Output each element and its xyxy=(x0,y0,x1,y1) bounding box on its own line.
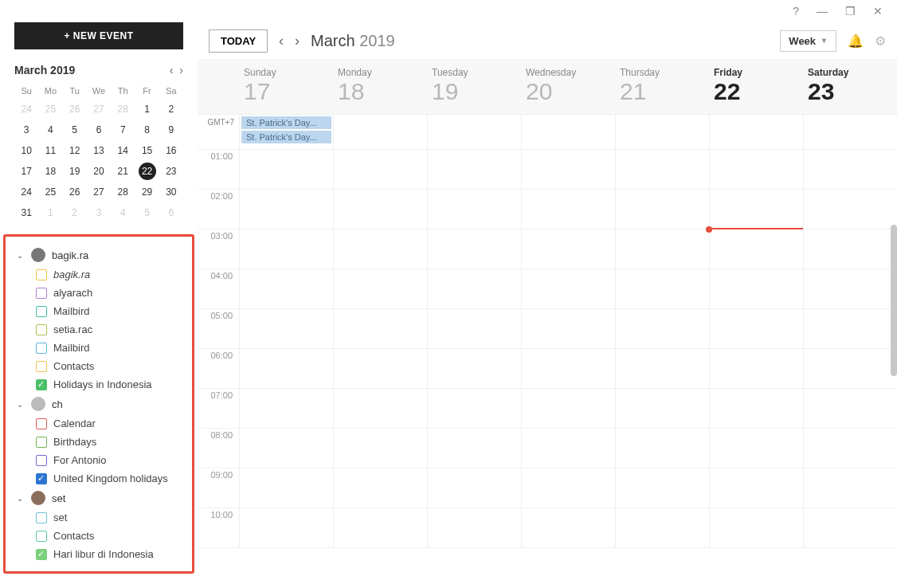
time-cell[interactable] xyxy=(521,349,615,388)
maximize-icon[interactable]: ❐ xyxy=(845,5,856,18)
time-cell[interactable] xyxy=(521,468,615,508)
time-cell[interactable] xyxy=(709,190,803,229)
time-cell[interactable] xyxy=(615,150,709,189)
time-cell[interactable] xyxy=(333,468,427,508)
time-cell[interactable] xyxy=(709,150,803,189)
account-header[interactable]: ⌄ch xyxy=(6,394,192,414)
calendar-checkbox[interactable] xyxy=(36,473,47,484)
scrollbar[interactable] xyxy=(891,225,897,376)
calendar-item[interactable]: Calendar xyxy=(6,414,192,433)
calendar-item[interactable]: Hari libur di Indonesia xyxy=(6,545,192,563)
time-cell[interactable] xyxy=(803,150,897,189)
calendar-checkbox[interactable] xyxy=(36,324,47,335)
time-cell[interactable] xyxy=(615,190,709,229)
mini-cal-day[interactable]: 24 xyxy=(14,182,38,202)
view-selector[interactable]: Week▼ xyxy=(780,30,836,52)
calendar-item[interactable]: Birthdays xyxy=(6,433,192,451)
mini-cal-day[interactable]: 23 xyxy=(159,161,183,182)
time-cell[interactable] xyxy=(521,190,615,229)
time-cell[interactable] xyxy=(239,508,333,547)
time-cell[interactable] xyxy=(333,429,427,468)
mini-cal-day[interactable]: 4 xyxy=(111,202,135,223)
time-cell[interactable] xyxy=(239,269,333,308)
time-cell[interactable] xyxy=(615,269,709,308)
time-cell[interactable] xyxy=(803,229,897,269)
time-cell[interactable] xyxy=(521,269,615,308)
time-cell[interactable] xyxy=(615,468,709,508)
mini-cal-day[interactable]: 5 xyxy=(63,120,87,140)
mini-cal-day[interactable]: 6 xyxy=(159,202,183,223)
time-cell[interactable] xyxy=(615,349,709,388)
time-cell[interactable] xyxy=(427,429,521,468)
time-cell[interactable] xyxy=(427,269,521,308)
time-cell[interactable] xyxy=(521,309,615,348)
time-cell[interactable] xyxy=(709,269,803,308)
mini-cal-day[interactable]: 31 xyxy=(14,202,38,223)
calendar-item[interactable]: Holidays in Indonesia xyxy=(6,375,192,394)
mini-cal-day[interactable]: 19 xyxy=(63,161,87,182)
calendar-checkbox[interactable] xyxy=(36,269,47,280)
mini-cal-prev-icon[interactable]: ‹ xyxy=(170,64,174,76)
calendar-checkbox[interactable] xyxy=(36,361,47,372)
mini-cal-day[interactable]: 13 xyxy=(87,140,111,161)
time-cell[interactable] xyxy=(803,508,897,547)
calendar-item[interactable]: setia.rac xyxy=(6,320,192,339)
time-cell[interactable] xyxy=(333,150,427,189)
calendar-checkbox[interactable] xyxy=(36,379,47,390)
time-cell[interactable] xyxy=(521,150,615,189)
allday-cell[interactable] xyxy=(709,115,803,149)
mini-cal-day[interactable]: 24 xyxy=(14,99,38,120)
calendar-checkbox[interactable] xyxy=(36,531,47,542)
time-cell[interactable] xyxy=(709,229,803,269)
calendar-checkbox[interactable] xyxy=(36,549,47,560)
allday-event[interactable]: St. Patrick's Day... xyxy=(241,116,331,129)
mini-cal-day[interactable]: 26 xyxy=(63,182,87,202)
time-cell[interactable] xyxy=(427,389,521,428)
mini-cal-day[interactable]: 27 xyxy=(87,99,111,120)
time-cell[interactable] xyxy=(427,190,521,229)
time-cell[interactable] xyxy=(709,429,803,468)
mini-cal-day[interactable]: 17 xyxy=(14,161,38,182)
time-cell[interactable] xyxy=(333,349,427,388)
mini-cal-day[interactable]: 14 xyxy=(111,140,135,161)
time-cell[interactable] xyxy=(333,309,427,348)
day-column-header[interactable]: Thursday21 xyxy=(615,59,709,114)
prev-week-icon[interactable]: ‹ xyxy=(279,33,284,49)
mini-cal-day[interactable]: 25 xyxy=(38,182,62,202)
mini-cal-day[interactable]: 10 xyxy=(14,140,38,161)
time-cell[interactable] xyxy=(239,429,333,468)
time-cell[interactable] xyxy=(427,468,521,508)
account-header[interactable]: ⌄set xyxy=(6,488,192,508)
time-cell[interactable] xyxy=(615,309,709,348)
day-column-header[interactable]: Saturday23 xyxy=(803,59,897,114)
allday-cell[interactable] xyxy=(333,115,427,149)
time-cell[interactable] xyxy=(427,309,521,348)
time-cell[interactable] xyxy=(239,468,333,508)
time-cell[interactable] xyxy=(803,309,897,348)
allday-cell[interactable] xyxy=(803,115,897,149)
account-header[interactable]: ⌄bagik.ra xyxy=(6,245,192,265)
new-event-button[interactable]: + NEW EVENT xyxy=(14,22,183,49)
time-cell[interactable] xyxy=(803,429,897,468)
mini-cal-day[interactable]: 1 xyxy=(135,99,159,120)
calendar-item[interactable]: set xyxy=(6,508,192,527)
allday-cell[interactable] xyxy=(521,115,615,149)
mini-cal-day[interactable]: 3 xyxy=(87,202,111,223)
day-column-header[interactable]: Wednesday20 xyxy=(521,59,615,114)
time-cell[interactable] xyxy=(333,508,427,547)
mini-cal-day[interactable]: 7 xyxy=(111,120,135,140)
time-cell[interactable] xyxy=(333,229,427,269)
next-week-icon[interactable]: › xyxy=(295,33,300,49)
day-column-header[interactable]: Tuesday19 xyxy=(427,59,521,114)
mini-cal-day[interactable]: 29 xyxy=(135,182,159,202)
allday-cell[interactable] xyxy=(615,115,709,149)
mini-cal-day[interactable]: 2 xyxy=(63,202,87,223)
calendar-item[interactable]: bagik.ra xyxy=(6,265,192,284)
time-cell[interactable] xyxy=(521,229,615,269)
time-cell[interactable] xyxy=(521,429,615,468)
time-grid[interactable]: 01:0002:0003:0004:0005:0006:0007:0008:00… xyxy=(198,150,897,588)
calendar-checkbox[interactable] xyxy=(36,288,47,299)
time-cell[interactable] xyxy=(427,229,521,269)
gear-icon[interactable]: ⚙ xyxy=(875,33,886,49)
time-cell[interactable] xyxy=(427,508,521,547)
